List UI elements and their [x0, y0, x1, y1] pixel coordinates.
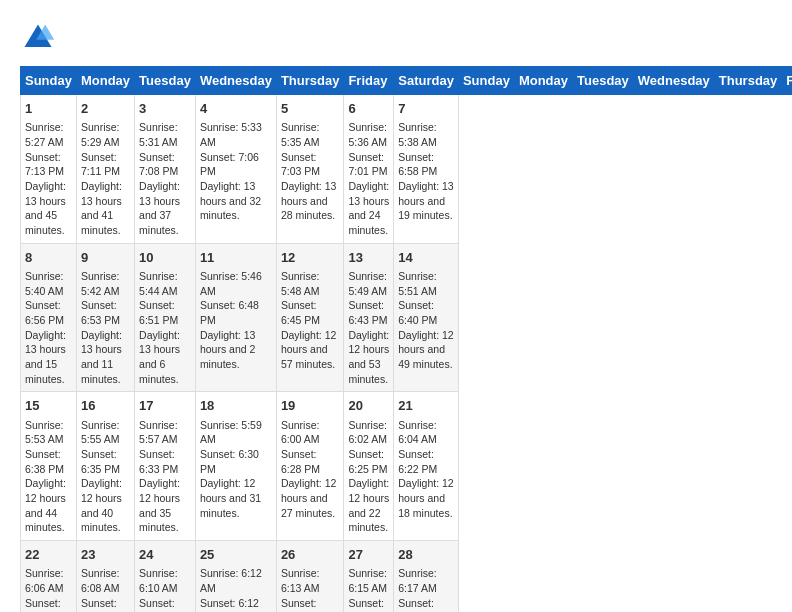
day-info: Sunrise: 5:31 AM	[139, 120, 191, 149]
day-info: Sunset: 6:33 PM	[139, 447, 191, 476]
day-number: 20	[348, 397, 389, 415]
calendar-cell: 25Sunrise: 6:12 AMSunset: 6:12 PMDayligh…	[195, 541, 276, 612]
day-info: Sunrise: 5:38 AM	[398, 120, 454, 149]
day-info: Sunrise: 6:12 AM	[200, 566, 272, 595]
day-info: Sunset: 6:25 PM	[348, 447, 389, 476]
day-info: Sunrise: 6:02 AM	[348, 418, 389, 447]
day-number: 16	[81, 397, 130, 415]
day-number: 2	[81, 100, 130, 118]
calendar-cell: 22Sunrise: 6:06 AMSunset: 6:20 PMDayligh…	[21, 541, 77, 612]
day-number: 13	[348, 249, 389, 267]
day-info: Sunset: 6:40 PM	[398, 298, 454, 327]
calendar-week-row: 1Sunrise: 5:27 AMSunset: 7:13 PMDaylight…	[21, 95, 793, 244]
day-info: Sunset: 7:03 PM	[281, 150, 340, 179]
day-number: 10	[139, 249, 191, 267]
header-monday: Monday	[514, 67, 572, 95]
calendar-header-row: SundayMondayTuesdayWednesdayThursdayFrid…	[21, 67, 793, 95]
day-info: Sunrise: 5:33 AM	[200, 120, 272, 149]
day-info: Sunrise: 5:59 AM	[200, 418, 272, 447]
day-info: Sunrise: 5:57 AM	[139, 418, 191, 447]
day-info: Daylight: 12 hours and 18 minutes.	[398, 476, 454, 520]
day-info: Sunrise: 5:51 AM	[398, 269, 454, 298]
calendar-cell: 5Sunrise: 5:35 AMSunset: 7:03 PMDaylight…	[276, 95, 344, 244]
calendar-cell: 23Sunrise: 6:08 AMSunset: 6:17 PMDayligh…	[76, 541, 134, 612]
day-number: 22	[25, 546, 72, 564]
calendar-cell: 26Sunrise: 6:13 AMSunset: 6:10 PMDayligh…	[276, 541, 344, 612]
day-number: 3	[139, 100, 191, 118]
day-info: Sunset: 6:28 PM	[281, 447, 340, 476]
day-info: Daylight: 12 hours and 53 minutes.	[348, 328, 389, 387]
day-info: Sunrise: 6:00 AM	[281, 418, 340, 447]
calendar-cell: 1Sunrise: 5:27 AMSunset: 7:13 PMDaylight…	[21, 95, 77, 244]
calendar-cell: 7Sunrise: 5:38 AMSunset: 6:58 PMDaylight…	[394, 95, 459, 244]
calendar-cell: 28Sunrise: 6:17 AMSunset: 6:05 PMDayligh…	[394, 541, 459, 612]
day-number: 18	[200, 397, 272, 415]
calendar-cell: 11Sunrise: 5:46 AMSunset: 6:48 PMDayligh…	[195, 243, 276, 392]
day-number: 1	[25, 100, 72, 118]
day-info: Sunrise: 6:06 AM	[25, 566, 72, 595]
day-info: Sunset: 6:53 PM	[81, 298, 130, 327]
day-number: 4	[200, 100, 272, 118]
day-info: Sunrise: 6:13 AM	[281, 566, 340, 595]
day-number: 8	[25, 249, 72, 267]
header-tuesday: Tuesday	[135, 67, 196, 95]
day-number: 14	[398, 249, 454, 267]
calendar-cell: 21Sunrise: 6:04 AMSunset: 6:22 PMDayligh…	[394, 392, 459, 541]
day-info: Sunset: 6:10 PM	[281, 596, 340, 612]
logo-icon	[20, 20, 56, 56]
day-number: 24	[139, 546, 191, 564]
day-info: Daylight: 12 hours and 35 minutes.	[139, 476, 191, 535]
day-info: Sunrise: 6:04 AM	[398, 418, 454, 447]
day-number: 21	[398, 397, 454, 415]
day-info: Sunset: 6:30 PM	[200, 447, 272, 476]
day-info: Sunrise: 5:55 AM	[81, 418, 130, 447]
day-info: Sunrise: 6:08 AM	[81, 566, 130, 595]
day-info: Daylight: 13 hours and 28 minutes.	[281, 179, 340, 223]
calendar-cell: 4Sunrise: 5:33 AMSunset: 7:06 PMDaylight…	[195, 95, 276, 244]
day-info: Sunset: 7:13 PM	[25, 150, 72, 179]
day-info: Daylight: 12 hours and 57 minutes.	[281, 328, 340, 372]
calendar-cell: 17Sunrise: 5:57 AMSunset: 6:33 PMDayligh…	[135, 392, 196, 541]
day-info: Sunset: 6:48 PM	[200, 298, 272, 327]
day-info: Sunrise: 5:40 AM	[25, 269, 72, 298]
day-info: Sunset: 7:06 PM	[200, 150, 272, 179]
logo	[20, 20, 60, 56]
day-info: Sunset: 6:15 PM	[139, 596, 191, 612]
day-info: Sunset: 7:08 PM	[139, 150, 191, 179]
day-info: Sunrise: 5:53 AM	[25, 418, 72, 447]
day-info: Sunrise: 5:49 AM	[348, 269, 389, 298]
day-info: Sunset: 6:20 PM	[25, 596, 72, 612]
day-info: Sunset: 6:17 PM	[81, 596, 130, 612]
day-number: 27	[348, 546, 389, 564]
day-info: Sunrise: 5:35 AM	[281, 120, 340, 149]
calendar-cell: 10Sunrise: 5:44 AMSunset: 6:51 PMDayligh…	[135, 243, 196, 392]
header-tuesday: Tuesday	[573, 67, 634, 95]
day-info: Daylight: 13 hours and 37 minutes.	[139, 179, 191, 238]
day-info: Sunset: 6:38 PM	[25, 447, 72, 476]
day-number: 11	[200, 249, 272, 267]
day-info: Sunset: 6:58 PM	[398, 150, 454, 179]
day-info: Sunset: 6:12 PM	[200, 596, 272, 612]
calendar-cell: 20Sunrise: 6:02 AMSunset: 6:25 PMDayligh…	[344, 392, 394, 541]
calendar-cell: 16Sunrise: 5:55 AMSunset: 6:35 PMDayligh…	[76, 392, 134, 541]
calendar-cell: 6Sunrise: 5:36 AMSunset: 7:01 PMDaylight…	[344, 95, 394, 244]
day-info: Daylight: 12 hours and 22 minutes.	[348, 476, 389, 535]
day-number: 5	[281, 100, 340, 118]
header-thursday: Thursday	[714, 67, 782, 95]
day-info: Daylight: 13 hours and 32 minutes.	[200, 179, 272, 223]
day-info: Sunrise: 5:42 AM	[81, 269, 130, 298]
calendar-week-row: 15Sunrise: 5:53 AMSunset: 6:38 PMDayligh…	[21, 392, 793, 541]
day-info: Sunset: 6:51 PM	[139, 298, 191, 327]
header-sunday: Sunday	[21, 67, 77, 95]
header-thursday: Thursday	[276, 67, 344, 95]
header-friday: Friday	[344, 67, 394, 95]
day-info: Daylight: 12 hours and 49 minutes.	[398, 328, 454, 372]
header-friday: Friday	[782, 67, 792, 95]
day-info: Sunrise: 6:17 AM	[398, 566, 454, 595]
calendar-week-row: 8Sunrise: 5:40 AMSunset: 6:56 PMDaylight…	[21, 243, 793, 392]
day-info: Sunset: 7:11 PM	[81, 150, 130, 179]
day-info: Daylight: 13 hours and 2 minutes.	[200, 328, 272, 372]
day-info: Sunrise: 6:10 AM	[139, 566, 191, 595]
calendar-cell: 15Sunrise: 5:53 AMSunset: 6:38 PMDayligh…	[21, 392, 77, 541]
day-number: 12	[281, 249, 340, 267]
